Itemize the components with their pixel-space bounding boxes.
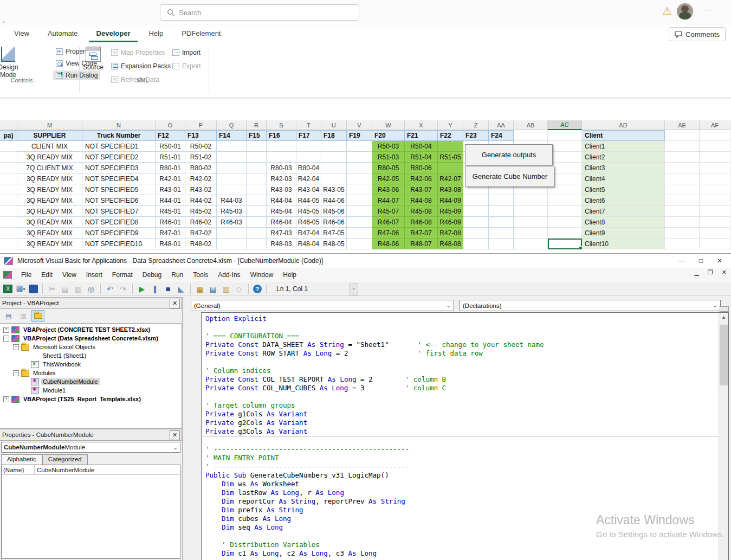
sheet-header-cell[interactable] (548, 130, 582, 141)
column-header-Y[interactable]: Y (438, 120, 463, 130)
sheet-cell[interactable]: 3Q READY MIX (17, 239, 82, 249)
sheet-cell[interactable] (217, 141, 247, 152)
sheet-cell[interactable] (700, 228, 730, 239)
sheet-cell[interactable]: R45-04 (267, 206, 296, 217)
sheet-cell[interactable]: 3Q READY MIX (17, 173, 82, 184)
sheet-cell[interactable]: CLIENT MIX (17, 141, 82, 152)
tab-pdfelement[interactable]: PDFelement (174, 25, 228, 42)
sheet-cell[interactable] (700, 173, 730, 184)
code-editor[interactable]: Option Explicit ' === CONFIGURATION ===P… (201, 312, 729, 560)
sheet-cell[interactable]: 3Q READY MIX (17, 195, 82, 206)
sheet-cell[interactable] (548, 152, 582, 163)
project-panel-title[interactable]: Project - VBAProject ✕ (0, 297, 182, 309)
vba-menu-format[interactable]: Format (107, 269, 138, 281)
sheet-cell[interactable]: R46-06 (321, 217, 347, 228)
column-header-U[interactable]: U (321, 120, 347, 130)
sheet-cell[interactable]: NOT SPECIFIED4 (82, 173, 156, 184)
sheet-cell[interactable] (548, 206, 582, 217)
reset-icon[interactable]: ■ (163, 284, 173, 294)
sheet-cell[interactable]: R45-02 (185, 206, 217, 217)
comments-button[interactable]: Comments (669, 27, 726, 41)
column-header-AD[interactable]: AD (582, 120, 665, 130)
design-mode-toggle-icon[interactable]: ◣ (176, 284, 186, 294)
vba-menu-run[interactable]: Run (166, 269, 188, 281)
sheet-header-cell[interactable]: F12 (156, 130, 185, 141)
sheet-cell[interactable]: R47-01 (156, 228, 185, 239)
sheet-cell[interactable]: NOT SPECIFIED8 (82, 217, 156, 228)
sheet-cell[interactable] (463, 217, 489, 228)
project-explorer-icon[interactable]: ▦ (195, 284, 205, 294)
vba-menu-insert[interactable]: Insert (81, 269, 107, 281)
column-header-Q[interactable]: Q (217, 120, 247, 130)
sheet-cell[interactable]: R45-01 (156, 206, 185, 217)
sheet-cell[interactable]: R50-01 (156, 141, 185, 152)
column-header-S[interactable]: S (267, 120, 296, 130)
sheet-cell[interactable]: 3Q READY MIX (17, 228, 82, 239)
vba-menu-window[interactable]: Window (245, 269, 279, 281)
sheet-cell[interactable] (463, 228, 489, 239)
sheet-cell[interactable]: Client3 (582, 163, 665, 173)
sheet-cell[interactable]: R43-04 (296, 184, 321, 195)
sheet-cell[interactable] (463, 195, 489, 206)
sheet-header-cell[interactable]: F20 (372, 130, 405, 141)
column-header-AC[interactable]: AC (548, 120, 582, 130)
sheet-cell[interactable] (347, 163, 372, 173)
sheet-cell[interactable]: R43-01 (156, 184, 185, 195)
sheet-header-cell[interactable]: F19 (347, 130, 372, 141)
sheet-header-cell[interactable]: pa) (0, 130, 17, 141)
sheet-cell[interactable]: R46-05 (296, 217, 321, 228)
code-line[interactable]: Private g2Cols As Variant (202, 419, 719, 427)
tab-automate[interactable]: Automate (40, 25, 86, 42)
sheet-cell[interactable]: R44-06 (321, 195, 347, 206)
sheet-cell[interactable] (514, 195, 548, 206)
sheet-cell[interactable] (665, 228, 700, 239)
sheet-cell[interactable]: Client10 (582, 239, 665, 249)
sheet-cell[interactable]: 3Q READY MIX (17, 217, 82, 228)
sheet-cell[interactable] (489, 228, 514, 239)
sheet-cell[interactable]: R46-04 (267, 217, 296, 228)
tree-item-thisworkbook[interactable]: ThisWorkbook (0, 360, 182, 369)
column-header-R[interactable]: R (247, 120, 267, 130)
sheet-cell[interactable]: R45-07 (372, 206, 405, 217)
sheet-cell[interactable]: R45-06 (321, 206, 347, 217)
sheet-cell[interactable]: R45-08 (405, 206, 438, 217)
sheet-cell[interactable]: NOT SPECIFIED6 (82, 195, 156, 206)
column-header-stub[interactable] (0, 120, 17, 130)
sheet-cell[interactable] (217, 163, 247, 173)
sheet-cell[interactable]: R44-08 (405, 195, 438, 206)
tree-item-cubenumbermodule[interactable]: CubeNumberModule (0, 377, 182, 386)
sheet-cell[interactable]: Client1 (582, 141, 665, 152)
sheet-cell[interactable] (514, 217, 548, 228)
sheet-header-cell[interactable]: F15 (247, 130, 267, 141)
object-dropdown[interactable]: (General)⌄ (191, 300, 454, 311)
sheet-cell[interactable] (548, 195, 582, 206)
sheet-cell[interactable]: 7Q CLIENT MIX (17, 163, 82, 173)
search-input[interactable]: Search (160, 4, 359, 21)
column-header-P[interactable]: P (185, 120, 217, 130)
sheet-cell[interactable]: R44-02 (185, 195, 217, 206)
code-line[interactable]: ' Distribution Variables (202, 540, 719, 549)
sheet-cell[interactable]: R48-08 (438, 239, 463, 249)
run-icon[interactable]: ▶ (137, 284, 147, 294)
run-dialog-button[interactable]: Run Dialog (53, 70, 100, 80)
sheet-cell[interactable]: R44-07 (372, 195, 405, 206)
code-line[interactable] (202, 436, 719, 445)
help-icon[interactable]: ? (253, 285, 262, 293)
insert-userform-icon[interactable]: ▦▾ (16, 283, 25, 294)
sheet-cell[interactable] (247, 239, 267, 249)
sheet-cell[interactable] (514, 239, 548, 249)
sheet-cell[interactable]: R43-03 (267, 184, 296, 195)
sheet-cell[interactable] (700, 239, 730, 249)
sheet-cell[interactable]: R47-02 (185, 228, 217, 239)
sheet-cell[interactable] (665, 163, 700, 173)
sheet-cell[interactable]: R47-05 (321, 228, 347, 239)
sheet-cell[interactable]: R43-06 (372, 184, 405, 195)
sheet-cell[interactable] (514, 228, 548, 239)
sheet-header-cell[interactable]: F14 (217, 130, 247, 141)
sheet-cell[interactable] (700, 141, 730, 152)
column-header-AE[interactable]: AE (665, 120, 700, 130)
sheet-header-cell[interactable] (665, 130, 700, 141)
sheet-cell[interactable] (347, 239, 372, 249)
sheet-cell[interactable]: NOT SPECIFIED3 (82, 163, 156, 173)
sheet-cell[interactable]: R50-03 (372, 141, 405, 152)
